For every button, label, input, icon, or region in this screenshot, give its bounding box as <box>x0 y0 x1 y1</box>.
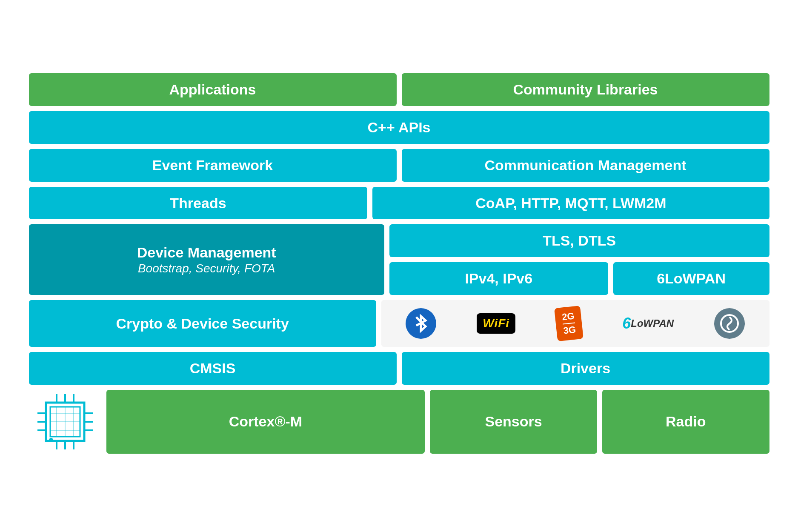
3g-label: 3G <box>563 324 576 336</box>
threads-label: Threads <box>170 194 226 212</box>
cmsis-label: CMSIS <box>190 360 236 377</box>
cpp-apis-label: C++ APIs <box>367 119 430 136</box>
svg-point-15 <box>49 438 53 442</box>
wifi-label: WiFi <box>483 317 509 330</box>
crypto-cell: Crypto & Device Security <box>29 300 376 347</box>
bluetooth-icon <box>406 308 436 339</box>
cmsis-cell: CMSIS <box>29 352 397 385</box>
event-framework-cell: Event Framework <box>29 149 397 182</box>
cpp-apis-cell: C++ APIs <box>29 111 769 144</box>
chip-cell <box>29 390 101 454</box>
drivers-label: Drivers <box>561 360 610 377</box>
applications-label: Applications <box>169 81 256 98</box>
logos-container: WiFi 2G 3G 6 LoWPAN <box>381 300 769 347</box>
crypto-label: Crypto & Device Security <box>116 315 289 332</box>
2g3g-badge: 2G 3G <box>554 306 583 341</box>
comm-management-cell: Communication Management <box>402 149 769 182</box>
tls-label: TLS, DTLS <box>543 232 616 249</box>
threads-cell: Threads <box>29 187 368 220</box>
applications-cell: Applications <box>29 73 397 106</box>
cortex-label: Cortex®-M <box>229 413 302 430</box>
comm-management-label: Communication Management <box>484 157 686 174</box>
drivers-cell: Drivers <box>402 352 769 385</box>
6lowpan-six: 6 <box>622 315 631 332</box>
6lowpan-text: LoWPAN <box>631 317 674 329</box>
ipv-label: IPv4, IPv6 <box>465 270 532 287</box>
device-management-label: Device Management <box>137 244 276 261</box>
chip-icon <box>33 390 97 454</box>
tls-cell: TLS, DTLS <box>389 224 769 257</box>
wifi-badge: WiFi <box>477 313 515 334</box>
radio-label: Radio <box>666 413 706 430</box>
6lowpan-label: 6LoWPAN <box>657 270 726 287</box>
device-management-sub: Bootstrap, Security, FOTA <box>138 261 275 276</box>
device-management-cell: Device Management Bootstrap, Security, F… <box>29 224 384 295</box>
community-libraries-label: Community Libraries <box>513 81 658 98</box>
thread-logo <box>714 308 745 339</box>
6lowpan-logo: 6 LoWPAN <box>622 315 674 332</box>
cortex-cell: Cortex®-M <box>106 390 425 454</box>
ipv-cell: IPv4, IPv6 <box>389 262 608 295</box>
coap-label: CoAP, HTTP, MQTT, LWM2M <box>475 194 666 212</box>
event-framework-label: Event Framework <box>152 157 273 174</box>
2g-label: 2G <box>561 311 575 323</box>
radio-cell: Radio <box>602 390 769 454</box>
sensors-cell: Sensors <box>430 390 597 454</box>
community-libraries-cell: Community Libraries <box>402 73 769 106</box>
6lowpan-cell: 6LoWPAN <box>613 262 769 295</box>
sensors-label: Sensors <box>485 413 542 430</box>
architecture-diagram: Applications Community Libraries C++ API… <box>20 65 778 467</box>
coap-cell: CoAP, HTTP, MQTT, LWM2M <box>372 187 769 220</box>
